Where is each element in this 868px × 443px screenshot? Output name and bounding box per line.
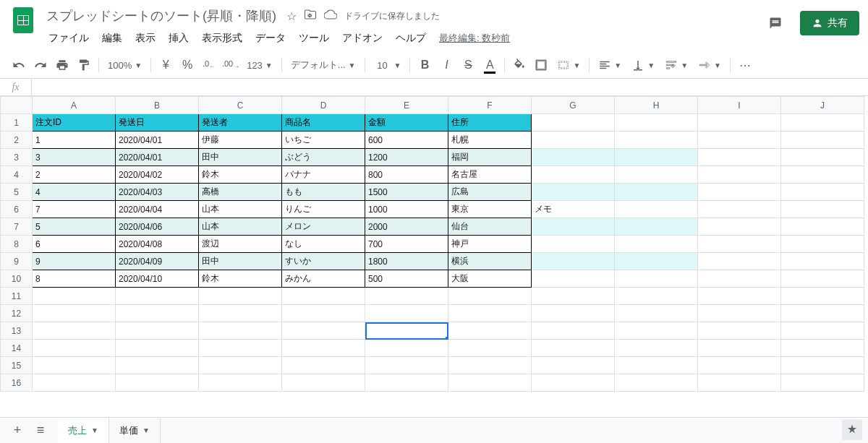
cell[interactable] [698, 132, 781, 149]
cell[interactable] [33, 357, 116, 374]
cell[interactable]: 1800 [365, 253, 448, 270]
move-icon[interactable] [304, 8, 317, 24]
borders-button[interactable] [531, 55, 551, 75]
cell[interactable] [615, 322, 698, 340]
increase-decimal-button[interactable]: .00→ [221, 55, 241, 75]
cell[interactable]: 7 [33, 201, 116, 218]
row-header[interactable]: 1 [1, 114, 33, 132]
column-header[interactable]: B [116, 97, 199, 114]
cell[interactable] [698, 305, 781, 322]
menu-item[interactable]: 表示 [130, 29, 161, 48]
print-button[interactable] [52, 55, 72, 75]
menu-item[interactable]: ツール [294, 29, 334, 48]
row-header[interactable]: 8 [1, 236, 33, 253]
cell[interactable] [448, 322, 532, 340]
cell[interactable]: 2020/04/08 [116, 236, 199, 253]
cell[interactable]: 2020/04/01 [116, 132, 199, 149]
text-wrap-button[interactable]: ▼ [660, 56, 692, 74]
row-header[interactable]: 4 [1, 166, 33, 184]
cell[interactable] [781, 270, 864, 288]
cell[interactable] [781, 340, 864, 357]
cell[interactable] [615, 184, 698, 201]
decrease-decimal-button[interactable]: .0← [199, 55, 219, 75]
row-header[interactable]: 12 [1, 305, 33, 322]
cell[interactable] [199, 305, 282, 322]
cell[interactable]: 2020/04/04 [116, 201, 199, 218]
row-header[interactable]: 15 [1, 357, 33, 374]
cell[interactable] [365, 374, 448, 392]
cell[interactable] [33, 305, 116, 322]
menu-item[interactable]: ファイル [43, 29, 94, 48]
cell[interactable] [781, 305, 864, 322]
grid-area[interactable]: ABCDEFGHIJ1注文ID発送日発送者商品名金額住所212020/04/01… [0, 96, 868, 443]
cell[interactable] [781, 236, 864, 253]
cell[interactable] [532, 253, 615, 270]
cell[interactable] [116, 374, 199, 392]
menu-item[interactable]: 編集 [97, 29, 127, 48]
cell[interactable]: 田中 [199, 253, 282, 270]
cell[interactable]: メロン [282, 218, 365, 236]
cell[interactable] [33, 374, 116, 392]
cell[interactable] [282, 305, 365, 322]
cell[interactable] [448, 340, 532, 357]
cell[interactable] [781, 184, 864, 201]
cell[interactable]: 2020/04/01 [116, 149, 199, 166]
sheet-tab[interactable]: 売上▼ [58, 418, 109, 443]
cell[interactable]: みかん [282, 270, 365, 288]
select-all-corner[interactable] [1, 97, 33, 114]
cell[interactable]: 山本 [199, 201, 282, 218]
cell[interactable] [615, 218, 698, 236]
cell[interactable]: 鈴木 [199, 166, 282, 184]
cell[interactable] [532, 305, 615, 322]
cell[interactable]: 5 [33, 218, 116, 236]
cell[interactable]: 名古屋 [448, 166, 532, 184]
row-header[interactable]: 6 [1, 201, 33, 218]
cell[interactable] [615, 132, 698, 149]
cell[interactable] [532, 114, 615, 132]
cell[interactable] [33, 322, 116, 340]
cell[interactable]: 800 [365, 166, 448, 184]
cell[interactable] [781, 132, 864, 149]
cell[interactable] [698, 114, 781, 132]
row-header[interactable]: 14 [1, 340, 33, 357]
row-header[interactable]: 9 [1, 253, 33, 270]
merge-cells-button[interactable]: ▼ [553, 56, 584, 74]
cell[interactable] [615, 236, 698, 253]
cell[interactable]: 広島 [448, 184, 532, 201]
cell[interactable] [532, 218, 615, 236]
star-icon[interactable]: ☆ [286, 9, 297, 23]
cell[interactable] [615, 270, 698, 288]
cell[interactable] [698, 270, 781, 288]
cell[interactable]: すいか [282, 253, 365, 270]
cell[interactable] [781, 218, 864, 236]
cell[interactable] [532, 149, 615, 166]
column-header[interactable]: I [698, 97, 781, 114]
cell[interactable]: 渡辺 [199, 236, 282, 253]
cell[interactable]: 注文ID [33, 114, 116, 132]
document-title[interactable]: スプレッドシートのソート(昇順・降順) [43, 6, 279, 26]
cell[interactable] [615, 166, 698, 184]
cell[interactable] [698, 201, 781, 218]
cell[interactable]: 商品名 [282, 114, 365, 132]
cell[interactable] [532, 288, 615, 305]
cell[interactable]: 仙台 [448, 218, 532, 236]
cell[interactable]: 福岡 [448, 149, 532, 166]
cell[interactable]: 2000 [365, 218, 448, 236]
cell[interactable] [282, 340, 365, 357]
column-header[interactable]: G [532, 97, 615, 114]
more-toolbar-button[interactable]: ⋯ [735, 55, 755, 75]
fill-color-button[interactable] [509, 55, 529, 75]
cell[interactable]: 2020/04/09 [116, 253, 199, 270]
horizontal-align-button[interactable]: ▼ [594, 56, 626, 74]
cell[interactable] [532, 166, 615, 184]
undo-button[interactable] [9, 55, 29, 75]
cell[interactable] [615, 374, 698, 392]
cell[interactable]: いちご [282, 132, 365, 149]
cell[interactable] [365, 305, 448, 322]
row-header[interactable]: 7 [1, 218, 33, 236]
column-header[interactable]: J [781, 97, 864, 114]
cell[interactable]: 金額 [365, 114, 448, 132]
cell[interactable] [698, 149, 781, 166]
cell[interactable] [698, 218, 781, 236]
more-formats-select[interactable]: 123▼ [242, 57, 277, 74]
